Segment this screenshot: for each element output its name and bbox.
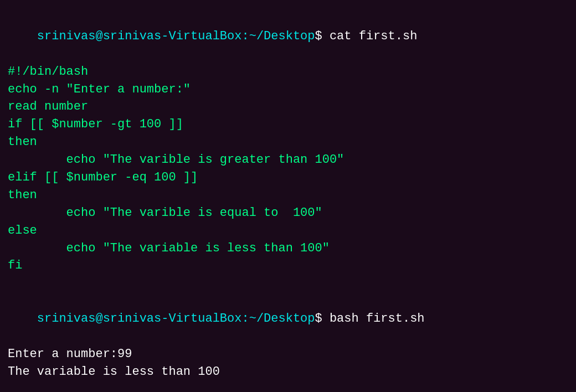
code-else: else	[8, 222, 568, 240]
command-text-1: $ cat first.sh	[315, 29, 418, 43]
command-text-2: $ bash first.sh	[315, 312, 425, 326]
code-fi: fi	[8, 257, 568, 275]
command-line-2: srinivas@srinivas-VirtualBox:~/Desktop$ …	[8, 292, 568, 345]
command-line-3: srinivas@srinivas-VirtualBox:~/Desktop$	[8, 381, 568, 392]
blank-line	[8, 275, 568, 292]
code-echo-equal: echo "The varible is equal to 100"	[8, 204, 568, 222]
output-enter-number: Enter a number:99	[8, 345, 568, 363]
prompt-user-1: srinivas@srinivas-VirtualBox:~/Desktop	[37, 29, 315, 43]
code-shebang: #!/bin/bash	[8, 63, 568, 81]
code-then-2: then	[8, 187, 568, 204]
code-echo-less: echo "The variable is less than 100"	[8, 240, 568, 257]
terminal-window[interactable]: srinivas@srinivas-VirtualBox:~/Desktop$ …	[8, 10, 568, 382]
code-if: if [[ $number -gt 100 ]]	[8, 116, 568, 133]
prompt-user-2: srinivas@srinivas-VirtualBox:~/Desktop	[37, 312, 315, 326]
code-elif: elif [[ $number -eq 100 ]]	[8, 169, 568, 187]
output-result: The variable is less than 100	[8, 363, 568, 381]
code-echo-greater: echo "The varible is greater than 100"	[8, 151, 568, 169]
code-echo-prompt: echo -n "Enter a number:"	[8, 81, 568, 99]
code-read: read number	[8, 98, 568, 116]
code-then-1: then	[8, 133, 568, 151]
command-line-1: srinivas@srinivas-VirtualBox:~/Desktop$ …	[8, 10, 568, 63]
